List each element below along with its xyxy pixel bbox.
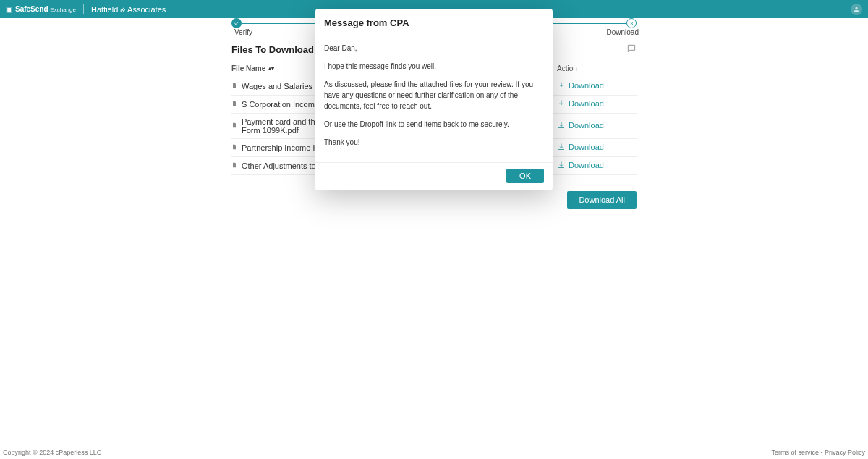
modal-overlay: Message from CPA Dear Dan, I hope this m… (0, 0, 868, 459)
modal-p4: Or use the Dropoff link to send items ba… (324, 119, 544, 130)
modal-ok-button[interactable]: OK (506, 169, 544, 183)
modal-p1: Dear Dan, (324, 43, 544, 54)
modal-p3: As discussed, please find the attached f… (324, 79, 544, 111)
modal-p5: Thank you! (324, 137, 544, 148)
modal-body: Dear Dan, I hope this message finds you … (315, 35, 553, 162)
message-modal: Message from CPA Dear Dan, I hope this m… (315, 9, 553, 190)
modal-title: Message from CPA (324, 17, 409, 28)
modal-p2: I hope this message finds you well. (324, 61, 544, 72)
